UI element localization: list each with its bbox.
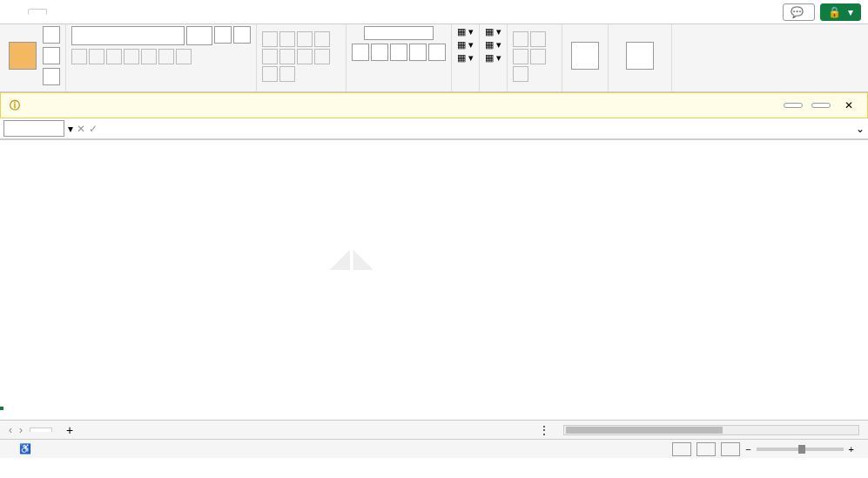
- menu-acrobat[interactable]: [218, 10, 235, 15]
- font-color-icon[interactable]: [158, 49, 174, 64]
- insert-cells-button[interactable]: ▦ ▾: [485, 26, 501, 37]
- ribbon-styles: ▦ ▾▦ ▾▦ ▾: [452, 24, 480, 91]
- border-icon[interactable]: [124, 49, 139, 64]
- sheet-tab[interactable]: [30, 428, 52, 432]
- grid-rows[interactable]: [0, 140, 868, 407]
- sort-icon[interactable]: [530, 49, 546, 64]
- copy-icon[interactable]: [43, 47, 60, 64]
- fill-color-icon[interactable]: [141, 49, 157, 64]
- menu-help[interactable]: [197, 10, 214, 15]
- align-right-icon[interactable]: [297, 49, 313, 64]
- ribbon-align: [257, 24, 347, 91]
- status-accessibility: ♿: [19, 443, 31, 454]
- font-name-select[interactable]: [71, 26, 185, 45]
- close-warning-button[interactable]: ✕: [839, 99, 858, 111]
- percent-icon[interactable]: [371, 44, 388, 61]
- warning-icon: ⓘ: [10, 98, 20, 113]
- fill-icon[interactable]: [530, 31, 546, 47]
- menu-file[interactable]: [7, 10, 24, 15]
- format-cells-button[interactable]: ▦ ▾: [485, 52, 501, 64]
- align-top-icon[interactable]: [262, 31, 278, 47]
- indent-dec-icon[interactable]: [314, 49, 330, 64]
- share-button[interactable]: 🔒 ▾: [820, 3, 861, 21]
- active-cell-indicator: [0, 407, 3, 410]
- dropdown-icon[interactable]: ▾: [68, 123, 73, 135]
- clear-icon[interactable]: [513, 49, 528, 64]
- dec-dec-icon[interactable]: [428, 44, 446, 61]
- save-as-button[interactable]: [811, 103, 831, 108]
- menu-view[interactable]: [176, 10, 193, 15]
- ribbon-clipboard: [0, 24, 66, 91]
- decrease-font-icon[interactable]: [233, 26, 251, 44]
- formula-bar: ▾ ✕ ✓ ⌄: [0, 118, 868, 139]
- delete-cells-button[interactable]: ▦ ▾: [485, 39, 501, 50]
- merge-icon[interactable]: [279, 66, 295, 82]
- menu-data[interactable]: [134, 10, 151, 15]
- spreadsheet-grid: ◢◣: [0, 139, 868, 420]
- ribbon-font: [66, 24, 257, 91]
- increase-font-icon[interactable]: [214, 26, 232, 44]
- ribbon-cells: ▦ ▾▦ ▾▦ ▾: [480, 24, 508, 91]
- dont-show-again-button[interactable]: [784, 103, 803, 108]
- pdf-share-button[interactable]: [614, 40, 666, 73]
- normal-view-button[interactable]: [672, 442, 691, 456]
- status-bar: ♿ − +: [0, 439, 868, 458]
- align-left-icon[interactable]: [262, 49, 278, 64]
- name-box[interactable]: [3, 120, 64, 137]
- underline-icon[interactable]: [106, 49, 122, 64]
- addins-icon: [571, 42, 599, 70]
- addins-button[interactable]: [568, 40, 602, 73]
- ribbon-number: [347, 24, 452, 91]
- cond-format-button[interactable]: ▦ ▾: [457, 26, 474, 37]
- paste-button[interactable]: [5, 40, 40, 73]
- orient-icon[interactable]: [314, 31, 330, 47]
- menu-insert[interactable]: [50, 10, 68, 15]
- warning-bar: ⓘ ✕: [0, 92, 868, 118]
- italic-icon[interactable]: [89, 49, 104, 64]
- tab-next-button[interactable]: ›: [19, 424, 23, 436]
- cut-icon[interactable]: [43, 26, 60, 44]
- autosum-icon[interactable]: [513, 31, 528, 47]
- menu-pagelayout[interactable]: [92, 10, 110, 15]
- zoom-in-button[interactable]: +: [849, 444, 854, 454]
- cancel-icon[interactable]: ✕: [77, 123, 85, 135]
- comma-icon[interactable]: [390, 44, 407, 61]
- sheet-tabs: ‹ › + ⋮: [0, 420, 868, 439]
- formula-input[interactable]: [111, 121, 852, 136]
- expand-formula-icon[interactable]: ⌄: [856, 123, 865, 135]
- pdf-icon: [626, 42, 654, 70]
- currency-icon[interactable]: [352, 44, 369, 61]
- number-format-select[interactable]: [364, 26, 434, 40]
- format-painter-icon[interactable]: [43, 68, 60, 85]
- zoom-slider[interactable]: [757, 448, 844, 451]
- align-mid-icon[interactable]: [279, 31, 295, 47]
- menu-review[interactable]: [155, 10, 172, 15]
- memo-button[interactable]: 💬: [783, 3, 815, 21]
- find-icon[interactable]: [513, 66, 528, 82]
- menu-bar: 💬 🔒 ▾: [0, 0, 868, 24]
- ribbon-editing: [508, 24, 562, 91]
- align-bot-icon[interactable]: [297, 31, 313, 47]
- add-sheet-button[interactable]: +: [59, 423, 80, 437]
- phonetic-icon[interactable]: [176, 49, 192, 64]
- horizontal-scrollbar[interactable]: [563, 425, 859, 435]
- tab-options-button[interactable]: ⋮: [539, 424, 549, 436]
- table-format-button[interactable]: ▦ ▾: [457, 39, 474, 50]
- cell-style-button[interactable]: ▦ ▾: [457, 52, 474, 64]
- enter-icon[interactable]: ✓: [89, 123, 98, 135]
- menu-formulas[interactable]: [113, 10, 131, 15]
- menu-home[interactable]: [28, 9, 47, 15]
- menu-draw[interactable]: [71, 10, 89, 15]
- wrap-icon[interactable]: [262, 66, 278, 82]
- page-break-view-button[interactable]: [721, 442, 740, 456]
- ribbon-addins: [562, 24, 609, 91]
- bold-icon[interactable]: [71, 49, 87, 64]
- tab-prev-button[interactable]: ‹: [9, 424, 12, 436]
- inc-dec-icon[interactable]: [409, 44, 427, 61]
- ribbon: ▦ ▾▦ ▾▦ ▾ ▦ ▾▦ ▾▦ ▾: [0, 24, 868, 92]
- zoom-out-button[interactable]: −: [745, 444, 750, 454]
- align-center-icon[interactable]: [279, 49, 295, 64]
- font-size-select[interactable]: [186, 26, 212, 45]
- paste-icon: [9, 42, 37, 70]
- page-layout-view-button[interactable]: [696, 442, 716, 456]
